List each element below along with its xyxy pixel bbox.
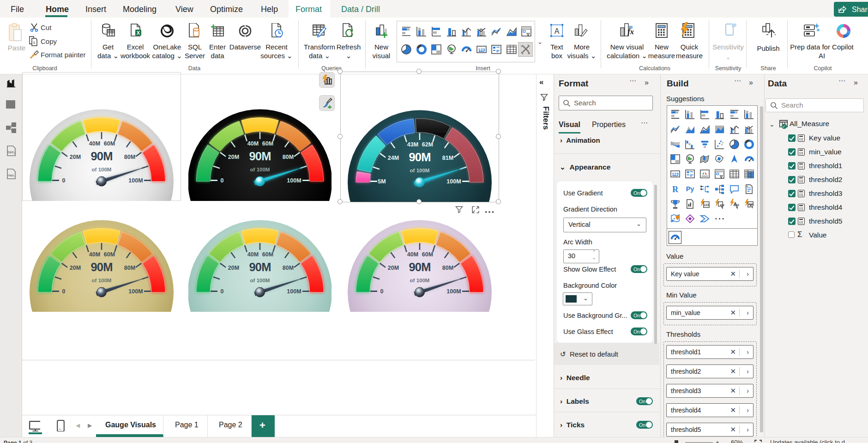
svg-text:100M: 100M (446, 288, 461, 295)
svg-text:40M: 40M (247, 140, 259, 147)
svg-text:40M: 40M (407, 251, 418, 258)
svg-text:40M: 40M (89, 251, 100, 258)
svg-text:of 100M: of 100M (92, 167, 112, 172)
svg-text:20M: 20M (228, 265, 239, 271)
svg-text:80M: 80M (124, 154, 135, 160)
svg-text:123: 123 (704, 203, 709, 206)
svg-text:A: A (555, 27, 560, 35)
svg-text:90M: 90M (90, 261, 112, 273)
svg-text:60M: 60M (104, 140, 115, 147)
svg-text:20M: 20M (70, 154, 81, 160)
svg-text:0: 0 (62, 288, 66, 295)
svg-text:X: X (137, 30, 140, 36)
svg-text:0: 0 (62, 177, 66, 184)
svg-text:60M: 60M (262, 251, 273, 258)
svg-text:80M: 80M (283, 265, 294, 271)
svg-text:of 100M: of 100M (250, 278, 270, 283)
svg-text:40M: 40M (89, 140, 100, 147)
svg-text:0: 0 (221, 288, 224, 295)
svg-text:Py: Py (686, 185, 694, 193)
svg-text:100M: 100M (287, 288, 301, 295)
svg-text:80M: 80M (442, 265, 453, 271)
svg-text:TMDL: TMDL (7, 174, 15, 177)
svg-text:20M: 20M (70, 265, 81, 271)
svg-text:20M: 20M (388, 265, 399, 271)
svg-text:100M: 100M (287, 177, 301, 184)
svg-text:100M: 100M (128, 177, 143, 184)
svg-text:60M: 60M (422, 251, 433, 258)
svg-text:90M: 90M (90, 150, 112, 163)
svg-text:fx: fx (627, 27, 634, 36)
svg-text:90M: 90M (409, 261, 430, 273)
svg-text:100M: 100M (128, 288, 143, 295)
svg-text:0: 0 (221, 177, 224, 184)
svg-text:of 100M: of 100M (410, 278, 430, 283)
svg-text:of 100M: of 100M (250, 167, 270, 172)
svg-text:90M: 90M (249, 150, 271, 163)
svg-text:40M: 40M (247, 251, 259, 258)
svg-text:of 100M: of 100M (92, 278, 112, 283)
svg-text:60M: 60M (104, 251, 115, 258)
svg-text:90M: 90M (249, 261, 271, 273)
svg-text:80M: 80M (283, 154, 294, 160)
svg-text:20M: 20M (228, 154, 239, 160)
svg-text:DAX: DAX (7, 151, 14, 154)
svg-text:80M: 80M (124, 265, 135, 271)
svg-text:R: R (672, 185, 679, 194)
svg-text:60M: 60M (262, 140, 273, 147)
svg-text:0: 0 (380, 288, 384, 295)
